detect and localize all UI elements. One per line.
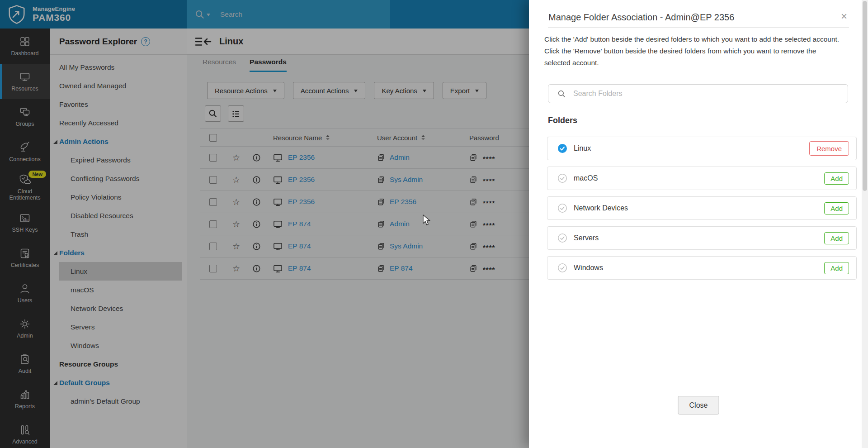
unchecked-circle-icon [557, 173, 567, 183]
add-button[interactable]: Add [824, 232, 849, 244]
add-button[interactable]: Add [824, 172, 849, 185]
folder-card-servers: Servers Add [547, 226, 857, 250]
folder-name: Linux [574, 144, 591, 153]
pam360-app: ManageEngine PAM360 Search Dashboard Res… [0, 0, 868, 448]
folder-name: Windows [574, 264, 603, 272]
folder-card-network-devices: Network Devices Add [547, 196, 857, 220]
divider [548, 27, 849, 28]
folder-name: Network Devices [574, 204, 628, 212]
folder-search-input[interactable] [572, 89, 827, 98]
folder-name: Servers [574, 234, 599, 242]
unchecked-circle-icon [557, 263, 567, 273]
modal-description: Click the 'Add' button beside the desire… [544, 33, 843, 69]
remove-button[interactable]: Remove [809, 141, 849, 156]
unchecked-circle-icon [557, 233, 567, 243]
manage-folder-association-modal: Manage Folder Association - Admin@EP 235… [529, 0, 868, 448]
unchecked-circle-icon [557, 203, 567, 213]
close-button[interactable]: Close [678, 396, 719, 415]
page-scrollbar[interactable] [862, 0, 868, 448]
checked-circle-icon [557, 143, 567, 153]
folder-name: macOS [574, 174, 598, 182]
folder-list: Linux Remove macOS Add Network Devices A… [547, 137, 857, 286]
add-button[interactable]: Add [824, 262, 849, 274]
search-icon [557, 90, 566, 98]
folder-card-linux: Linux Remove [547, 137, 857, 160]
close-icon[interactable]: × [841, 11, 847, 22]
add-button[interactable]: Add [824, 202, 849, 214]
folder-card-macos: macOS Add [547, 167, 857, 190]
folder-search-box[interactable] [548, 84, 848, 103]
folder-card-windows: Windows Add [547, 256, 857, 280]
scrollbar-thumb[interactable] [863, 1, 867, 191]
modal-title: Manage Folder Association - Admin@EP 235… [548, 12, 734, 23]
folders-section-title: Folders [548, 116, 577, 125]
